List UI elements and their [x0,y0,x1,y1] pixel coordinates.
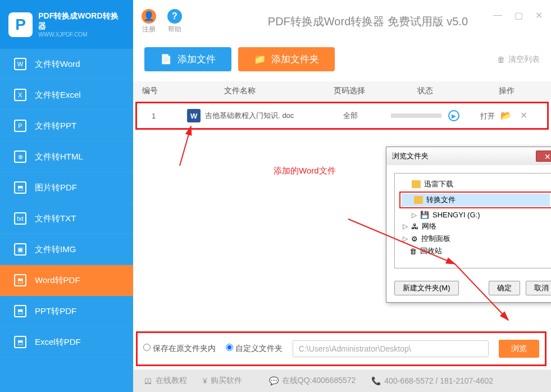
phone-contact[interactable]: 📞 400-668-5572 / 181-2107-4602 [371,376,493,385]
table-row[interactable]: 1 W 吉他基础教程入门知识. doc 全部 ▶ 打开 📂 ✕ [137,103,547,128]
sidebar-item[interactable]: P文件转PPT [0,111,133,142]
ok-button[interactable]: 确定 [489,281,520,295]
word-icon: W [187,109,201,122]
sidebar-item-label: 文件转PPT [35,121,76,131]
sidebar-icon: ⊕ [14,151,26,163]
sidebar-item-label: 文件转TXT [35,213,76,224]
new-folder-button[interactable]: 新建文件夹(M) [394,281,459,295]
sidebar-item-label: Word转PDF [35,275,80,286]
logo-area: P PDF转换成WORD转换器 WWW.XJPDF.COM [0,0,133,49]
buy-link[interactable]: ¥ 购买软件 [203,376,242,386]
browse-folder-dialog: 浏览文件夹 ✕ 迅雷下载 转换文件 ▷💾SHENGYI (G:) ▷🖧网络 ▷⚙… [386,147,551,303]
sidebar-item[interactable]: ▣文件转IMG [0,234,133,265]
app-logo-icon: P [8,12,33,37]
tree-item[interactable]: ▷🖧网络 [399,220,551,233]
sidebar-icon: ⬒ [14,274,26,286]
col-num: 编号 [133,86,167,96]
sidebar-icon: ⬒ [14,305,26,317]
sidebar-icon: ▣ [14,243,26,256]
tree-item[interactable]: 🗑回收站 [399,245,551,257]
highlighted-tree-item-box: 转换文件 [399,192,551,208]
tree-item[interactable]: ▷⚙控制面板 [399,233,551,245]
sidebar-icon: P [14,120,26,132]
add-folder-button[interactable]: 📁 添加文件夹 [238,47,335,71]
status-bar: 🕮 在线教程 ¥ 购买软件 💬 在线QQ:4006685572 📞 400-66… [133,370,551,392]
sidebar-icon: ⬒ [14,181,26,194]
cancel-button[interactable]: 取消 [526,281,551,295]
topbar: 👤 注册 ? 帮助 PDF转换成Word转换器 免费试用版 v5.0 — ▢ ✕ [133,0,551,43]
dialog-buttons: 新建文件夹(M) 确定 取消 [386,276,551,302]
sidebar-item[interactable]: ⬒Excel转PDF [0,327,133,358]
table-header: 编号 文件名称 页码选择 状态 操作 [133,81,551,101]
minimize-icon[interactable]: — [493,10,502,21]
folder-tree[interactable]: 迅雷下载 转换文件 ▷💾SHENGYI (G:) ▷🖧网络 ▷⚙控制面板 🗑回收… [394,173,551,268]
sidebar-menu: W文件转WordX文件转ExcelP文件转PPT⊕文件转HTML⬒图片转PDFt… [0,49,133,358]
dialog-titlebar: 浏览文件夹 ✕ [386,147,551,165]
row-page[interactable]: 全部 [315,111,386,121]
user-icon: 👤 [142,9,156,24]
open-folder-icon[interactable]: 📂 [500,111,512,120]
dialog-close-icon[interactable]: ✕ [536,151,551,162]
col-page: 页码选择 [313,86,386,96]
qq-contact[interactable]: 💬 在线QQ:4006685572 [269,376,356,386]
sidebar-icon: txt [14,212,26,225]
save-custom-radio[interactable]: 自定义文件夹 [226,344,283,354]
col-op: 操作 [465,86,549,96]
sidebar-icon: X [14,89,26,101]
sidebar-item[interactable]: ⊕文件转HTML [0,142,133,172]
sidebar-item[interactable]: W文件转Word [0,49,133,80]
sidebar: P PDF转换成WORD转换器 WWW.XJPDF.COM W文件转WordX文… [0,0,133,392]
tree-item-selected[interactable]: 转换文件 [402,194,550,206]
save-original-radio[interactable]: 保存在原文件夹内 [143,344,216,354]
sidebar-item-label: 图片转PDF [35,183,77,193]
sidebar-item-label: 文件转Word [35,59,80,70]
clear-list-button[interactable]: 🗑 清空列表 [497,54,540,65]
col-name: 文件名称 [167,86,313,96]
add-file-button[interactable]: 📄 添加文件 [144,47,231,71]
sidebar-item[interactable]: X文件转Excel [0,80,133,111]
row-ops: 打开 📂 ✕ [464,110,547,121]
col-status: 状态 [386,86,465,96]
maximize-icon[interactable]: ▢ [514,10,523,21]
close-icon[interactable]: ✕ [535,10,543,21]
action-bar: 📄 添加文件 📁 添加文件夹 🗑 清空列表 [133,43,551,81]
sidebar-item-label: 文件转IMG [35,244,76,255]
help-button[interactable]: ? 帮助 [167,9,182,34]
window-title: PDF转换成Word转换器 免费试用版 v5.0 [193,14,543,29]
tree-item[interactable]: ▷💾SHENGYI (G:) [399,209,551,220]
sidebar-item[interactable]: txt文件转TXT [0,203,133,234]
sidebar-icon: W [14,58,26,70]
row-num: 1 [137,112,170,120]
save-options-box: 保存在原文件夹内 自定义文件夹 浏览 [136,331,547,366]
sidebar-item-label: PPT转PDF [35,306,76,317]
tutorial-link[interactable]: 🕮 在线教程 [144,376,187,386]
file-icon: 📄 [160,53,172,65]
sidebar-item-label: 文件转HTML [35,152,83,162]
sidebar-item[interactable]: ⬒图片转PDF [0,172,133,203]
remove-icon[interactable]: ✕ [520,111,527,120]
progress-bar [391,113,441,118]
row-status: ▶ [386,110,464,121]
trash-icon: 🗑 [497,55,505,64]
save-path-input[interactable] [293,340,489,357]
sidebar-item-label: 文件转Excel [35,90,81,101]
sidebar-item-label: Excel转PDF [35,337,81,348]
row-filename: W 吉他基础教程入门知识. doc [170,109,315,122]
folder-icon: 📁 [254,53,266,65]
register-button[interactable]: 👤 注册 [142,9,156,34]
sidebar-icon: ⬒ [14,336,26,348]
app-title: PDF转换成WORD转换器 [38,11,125,31]
highlighted-row-box: 1 W 吉他基础教程入门知识. doc 全部 ▶ 打开 📂 ✕ [135,102,549,130]
sidebar-item[interactable]: ⬒Word转PDF [0,265,133,296]
annotation-added-file: 添加的Word文件 [274,166,336,176]
play-icon[interactable]: ▶ [448,110,459,121]
app-subtitle: WWW.XJPDF.COM [38,31,125,38]
window-controls: — ▢ ✕ [493,10,543,21]
tree-item[interactable]: 迅雷下载 [399,178,551,190]
help-icon: ? [167,9,182,24]
sidebar-item[interactable]: ⬒PPT转PDF [0,296,133,327]
main-area: 👤 注册 ? 帮助 PDF转换成Word转换器 免费试用版 v5.0 — ▢ ✕… [133,0,551,392]
dialog-title: 浏览文件夹 [392,151,429,161]
browse-button[interactable]: 浏览 [499,340,539,358]
